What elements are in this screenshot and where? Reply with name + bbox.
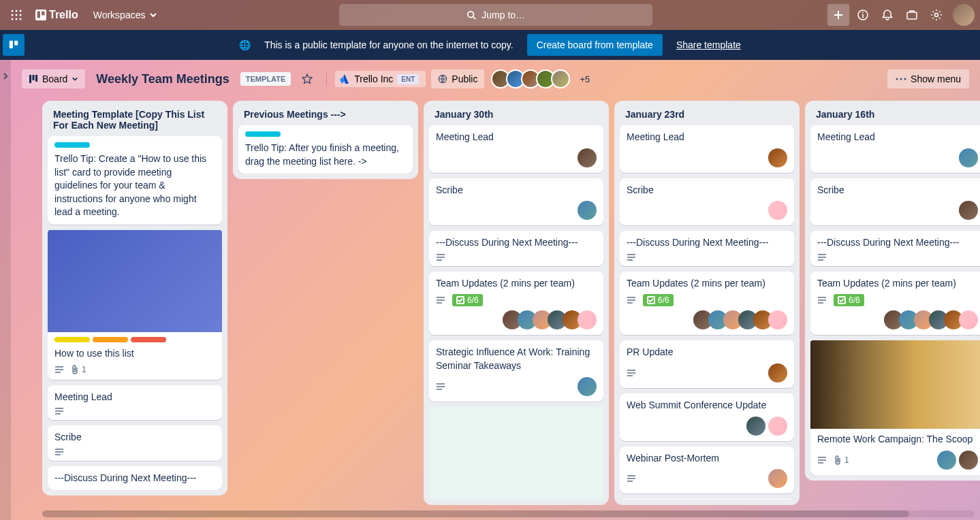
gear-icon — [930, 9, 943, 21]
svg-rect-17 — [10, 41, 13, 48]
card[interactable]: Trello Tip: After you finish a meeting, … — [238, 125, 413, 174]
card-member-avatar[interactable] — [746, 417, 765, 436]
list[interactable]: Previous Meetings --->Trello Tip: After … — [233, 101, 418, 179]
card[interactable]: Webinar Post-Mortem — [620, 446, 794, 494]
card-badges: 1 — [817, 451, 978, 470]
card[interactable]: Trello Tip: Create a "How to use this li… — [48, 136, 222, 225]
card[interactable]: Strategic Influence At Work: Training Se… — [429, 340, 603, 401]
card-member-avatar[interactable] — [959, 451, 978, 470]
card[interactable]: PR Update — [620, 340, 794, 388]
card[interactable]: Team Updates (2 mins per team) 6/6 — [429, 272, 603, 336]
card-label[interactable] — [54, 142, 90, 148]
card-member-avatar[interactable] — [768, 363, 787, 383]
card-text: Trello Tip: After you finish a meeting, … — [245, 142, 406, 168]
list-title[interactable]: January 23rd — [620, 106, 794, 125]
list[interactable]: January 23rdMeeting LeadScribe---Discuss… — [614, 101, 800, 505]
card-member-avatar[interactable] — [578, 148, 597, 167]
description-badge — [817, 457, 827, 464]
card[interactable]: Scribe — [48, 425, 222, 461]
member-avatars[interactable] — [495, 69, 570, 88]
card-member-avatar[interactable] — [768, 310, 787, 329]
card-text: PR Update — [627, 346, 787, 359]
apps-switcher-icon[interactable] — [5, 4, 27, 26]
card-text: Meeting Lead — [436, 131, 597, 144]
list-title[interactable]: January 16th — [810, 106, 980, 125]
card[interactable]: Web Summit Conference Update — [620, 393, 794, 441]
more-members-count[interactable]: +5 — [580, 74, 590, 84]
sidebar-expand[interactable] — [0, 60, 11, 520]
workspace-chip[interactable]: Trello Inc ENT — [335, 71, 426, 87]
settings-button[interactable] — [926, 4, 947, 26]
briefcase-icon — [906, 9, 918, 21]
card[interactable]: Scribe — [620, 178, 794, 226]
ellipsis-icon — [896, 78, 906, 80]
svg-point-7 — [16, 18, 18, 20]
star-icon — [302, 74, 313, 84]
show-menu-button[interactable]: Show menu — [887, 69, 969, 88]
card-member-avatar[interactable] — [959, 148, 978, 167]
show-menu-label: Show menu — [911, 74, 961, 84]
card[interactable]: How to use this list 1 — [48, 230, 222, 380]
chevron-down-icon — [72, 76, 78, 82]
search-input[interactable]: Jump to… — [339, 4, 652, 26]
card[interactable]: Team Updates (2 mins per team) 6/6 — [620, 272, 794, 336]
card[interactable]: Meeting Lead — [429, 125, 603, 173]
card[interactable]: Scribe — [810, 178, 980, 226]
list[interactable]: Meeting Template [Copy This List For Eac… — [42, 101, 227, 495]
card-text: Scribe — [817, 184, 978, 197]
card[interactable]: ---Discuss During Next Meeting--- — [810, 231, 980, 266]
card-member-avatar[interactable] — [578, 310, 597, 329]
scrollbar-thumb[interactable] — [42, 510, 909, 517]
card-member-avatar[interactable] — [768, 148, 787, 167]
create-board-button[interactable]: Create board from template — [527, 34, 663, 56]
card-member-avatar[interactable] — [768, 417, 787, 436]
workspace-logo[interactable] — [3, 34, 25, 56]
list-title[interactable]: Meeting Template [Copy This List For Eac… — [48, 106, 222, 136]
user-avatar[interactable] — [953, 4, 975, 26]
info-button[interactable] — [852, 4, 874, 26]
card-label[interactable] — [245, 131, 281, 137]
star-button[interactable] — [296, 69, 318, 88]
card-member-avatar[interactable] — [959, 201, 978, 220]
visibility-chip[interactable]: Public — [431, 69, 484, 88]
card-member-avatar[interactable] — [578, 201, 597, 220]
create-button[interactable] — [827, 4, 849, 26]
card[interactable]: Team bravo 👏 — [620, 499, 794, 500]
card-member-avatar[interactable] — [768, 469, 787, 488]
card-member-avatar[interactable] — [959, 310, 978, 329]
workspaces-dropdown[interactable]: Workspaces — [86, 5, 165, 25]
list[interactable]: January 16thMeeting LeadScribe---Discuss… — [805, 101, 980, 481]
svg-point-15 — [935, 14, 938, 17]
card-badges: 6/6 — [817, 294, 978, 306]
board-view-switcher[interactable]: Board — [22, 69, 85, 88]
card-label[interactable] — [131, 337, 166, 342]
card[interactable]: Team Updates (2 mins per team) 6/6 — [810, 272, 980, 336]
boards-button[interactable] — [901, 4, 923, 26]
card-member-avatar[interactable] — [937, 451, 956, 470]
member-avatar[interactable] — [551, 69, 570, 88]
card[interactable]: ---Discuss During Next Meeting--- — [429, 231, 603, 266]
card-label[interactable] — [93, 337, 128, 342]
horizontal-scrollbar[interactable] — [42, 510, 975, 517]
share-template-link[interactable]: Share template — [676, 39, 741, 50]
card-label[interactable] — [54, 337, 90, 342]
card[interactable]: Meeting Lead — [810, 125, 980, 173]
card[interactable]: Remote Work Campaign: The Scoop 1 — [810, 340, 980, 475]
list-title[interactable]: Previous Meetings ---> — [238, 106, 413, 125]
card[interactable]: Scribe — [429, 178, 603, 226]
notifications-button[interactable] — [876, 4, 898, 26]
card[interactable]: Meeting Lead — [48, 385, 222, 421]
trello-logo[interactable]: Trello — [30, 5, 84, 25]
card[interactable]: ---Discuss During Next Meeting--- — [48, 466, 222, 491]
card[interactable]: Meeting Lead — [620, 125, 794, 173]
lists-container[interactable]: Meeting Template [Copy This List For Eac… — [11, 98, 980, 510]
svg-rect-16 — [7, 39, 20, 51]
description-badge — [436, 254, 445, 261]
board-title[interactable]: Weekly Team Meetings — [91, 72, 234, 86]
card[interactable]: ---Discuss During Next Meeting--- — [620, 231, 794, 266]
list-title[interactable]: January 30th — [429, 106, 603, 125]
card[interactable] — [429, 407, 603, 500]
list[interactable]: January 30thMeeting LeadScribe---Discuss… — [424, 101, 609, 505]
card-member-avatar[interactable] — [578, 377, 597, 396]
card-member-avatar[interactable] — [768, 201, 787, 220]
